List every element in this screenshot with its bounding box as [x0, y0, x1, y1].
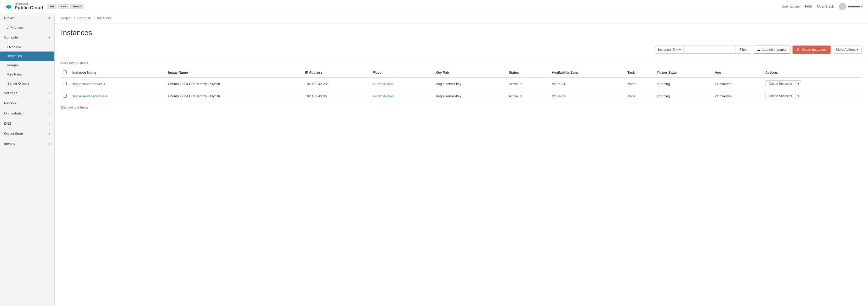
action-btn-group: Create Snapshot ▾ [765, 93, 860, 99]
sidebar-item-api-access[interactable]: API Access [0, 23, 54, 32]
avatar [839, 3, 846, 10]
user-guides-link[interactable]: User guides [782, 4, 800, 8]
row-ip-address: 192.168.42.205 [303, 78, 371, 90]
pill-3[interactable]: ■■■ [70, 4, 84, 9]
col-power-state: Power State [655, 68, 713, 78]
sidebar: Project ▾ API Access Compute ▾ Overview … [0, 13, 55, 306]
row-actions: Create Snapshot ▾ [763, 90, 862, 102]
openstack-link[interactable]: OpenStack [817, 4, 834, 8]
instances-table: Instance Name Image Name IP Address Flav… [61, 68, 862, 102]
flavor-link[interactable]: a2-ram4-disk0 [373, 82, 394, 86]
create-snapshot-button[interactable]: Create Snapshot [765, 81, 796, 87]
action-dropdown-button[interactable]: ▾ [796, 81, 801, 87]
sidebar-item-dns[interactable]: DNS › [0, 118, 54, 128]
col-actions: Actions [763, 68, 862, 78]
logo-icon [5, 3, 12, 10]
sidebar-item-objectstore[interactable]: Object Store › [0, 128, 54, 139]
sidebar-item-project[interactable]: Project ▾ [0, 13, 54, 23]
pill-1[interactable]: ■■ [48, 4, 57, 9]
faq-link[interactable]: FAQ [805, 4, 812, 8]
logo: Infomaniak Public Cloud [5, 2, 43, 11]
chevron-down-icon: ▾ [49, 16, 50, 20]
displaying-count-top: Displaying 2 items [61, 58, 862, 68]
chevron-right-icon: › [49, 101, 50, 105]
sidebar-item-servergroups[interactable]: Server Groups [0, 79, 54, 88]
row-power-state: Running [655, 90, 713, 102]
row-status: Active ⊞ [506, 78, 550, 90]
toolbar: Instance ID = ▾ Filter ☁ Launch Instance… [55, 41, 868, 58]
more-actions-button[interactable]: More Actions ▾ [833, 45, 862, 54]
col-image-name: Image Name [166, 68, 303, 78]
row-status: Active ⊞ [506, 90, 550, 102]
row-checkbox-cell [61, 90, 70, 102]
action-dropdown-button[interactable]: ▾ [796, 93, 801, 99]
sidebar-item-orchestration[interactable]: Orchestration › [0, 108, 54, 118]
topnav-pills: ■■ ■■■ ■■■ [48, 4, 84, 9]
row-availability-zone: dc3-a-09 [550, 90, 625, 102]
sidebar-item-instances[interactable]: Instances [0, 52, 54, 61]
col-key-pair: Key Pair [433, 68, 506, 78]
sidebar-item-identity[interactable]: Identity › [0, 139, 54, 149]
sidebar-section: Project ▾ API Access Compute ▾ Overview … [0, 13, 54, 149]
pill-2[interactable]: ■■■ [58, 4, 69, 9]
flavor-link[interactable]: a2-ram4-disk0 [373, 94, 394, 98]
table-header: Instance Name Image Name IP Address Flav… [61, 68, 862, 78]
create-snapshot-button[interactable]: Create Snapshot [765, 93, 796, 99]
row-checkbox-1[interactable] [63, 94, 67, 98]
row-task: None [625, 90, 655, 102]
row-checkbox-0[interactable] [63, 82, 67, 85]
upload-icon: ☁ [757, 48, 760, 52]
filter-select-label: Instance ID = [658, 48, 678, 52]
user-area[interactable]: ■■■■■■ ▾ [839, 3, 863, 10]
page-title: Instances [61, 29, 862, 37]
row-key-pair: single-server-key [433, 90, 506, 102]
row-flavor: a2-ram4-disk0 [371, 90, 433, 102]
row-instance-name: single-server-agent-a-1 [70, 90, 166, 102]
instance-name-link[interactable]: single-server-server-1 [72, 82, 105, 86]
user-label: ■■■■■■ ▾ [848, 4, 863, 8]
sidebar-item-compute[interactable]: Compute ▾ [0, 32, 54, 42]
breadcrumb-project[interactable]: Project [61, 16, 71, 20]
filter-select[interactable]: Instance ID = ▾ [655, 45, 684, 54]
row-flavor: a2-ram4-disk0 [371, 78, 433, 90]
sidebar-item-network[interactable]: Network › [0, 98, 54, 108]
row-instance-name: single-server-server-1 [70, 78, 166, 90]
sidebar-item-overview[interactable]: Overview [0, 42, 54, 52]
col-ip-address: IP Address [303, 68, 371, 78]
col-flavor: Flavor [371, 68, 433, 78]
filter-input[interactable] [684, 45, 736, 54]
trash-icon: 🗑 [797, 48, 800, 52]
row-task: None [625, 78, 655, 90]
row-power-state: Running [655, 78, 713, 90]
breadcrumb-compute[interactable]: Compute [77, 16, 91, 20]
sidebar-item-keypairs[interactable]: Key Pairs [0, 70, 54, 79]
launch-instance-button[interactable]: ☁ Launch Instance [753, 45, 790, 54]
select-all-checkbox[interactable] [63, 70, 67, 74]
instance-name-link[interactable]: single-server-agent-a-1 [72, 94, 107, 98]
col-task: Task [625, 68, 655, 78]
filter-button[interactable]: Filter [736, 45, 751, 54]
sidebar-item-volumes[interactable]: Volumes › [0, 88, 54, 98]
instances-tbody: single-server-server-1 Ubuntu 22.04 LTS … [61, 78, 862, 102]
table-container: Displaying 2 items Instance Name Image N… [55, 58, 868, 112]
chevron-right-icon: › [49, 91, 50, 95]
topnav: Infomaniak Public Cloud ■■ ■■■ ■■■ User … [0, 0, 868, 13]
displaying-count-bottom: Displaying 2 items [61, 102, 862, 112]
row-age: 21 minutes [713, 90, 763, 102]
row-image-name: Ubuntu 22.04 LTS Jammy Jellyfish [166, 78, 303, 90]
sidebar-item-images[interactable]: Images [0, 61, 54, 70]
row-image-name: Ubuntu 22.04 LTS Jammy Jellyfish [166, 90, 303, 102]
topnav-left: Infomaniak Public Cloud ■■ ■■■ ■■■ [5, 2, 84, 11]
row-age: 21 minutes [713, 78, 763, 90]
action-btn-group: Create Snapshot ▾ [765, 81, 860, 87]
row-availability-zone: dc3-a-04 [550, 78, 625, 90]
main-content: Project / Compute / Instances Instances … [55, 13, 868, 306]
col-status: Status [506, 68, 550, 78]
chevron-down-icon: ▾ [49, 35, 50, 39]
table-row: single-server-server-1 Ubuntu 22.04 LTS … [61, 78, 862, 90]
breadcrumb: Project / Compute / Instances [55, 13, 868, 23]
col-instance-name: Instance Name [70, 68, 166, 78]
delete-instances-button[interactable]: 🗑 Delete Instances [793, 45, 831, 54]
row-ip-address: 192.168.43.36 [303, 90, 371, 102]
brand-name: Public Cloud [14, 5, 43, 10]
